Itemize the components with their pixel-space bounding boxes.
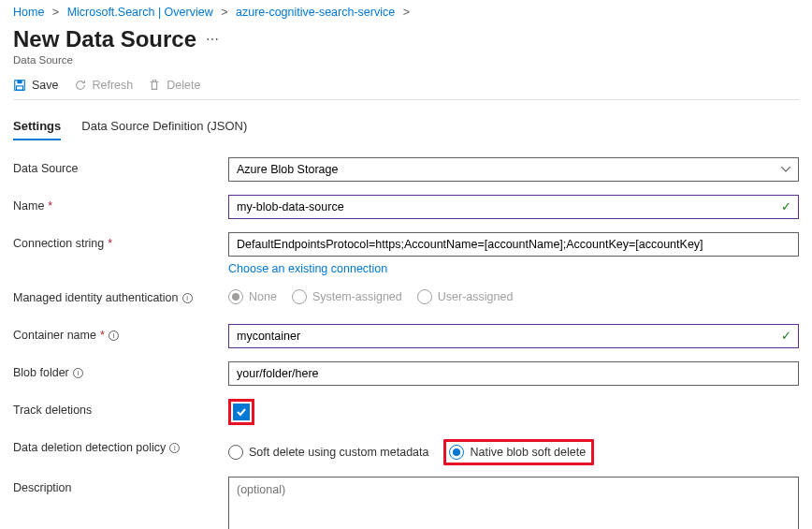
delete-label: Delete <box>167 79 200 92</box>
breadcrumb-service[interactable]: azure-cognitive-search-service <box>236 6 395 19</box>
svg-rect-2 <box>17 86 23 90</box>
radio-soft-delete-metadata[interactable]: Soft delete using custom metadata <box>228 445 428 460</box>
required-marker: * <box>100 329 105 342</box>
save-icon <box>13 79 26 92</box>
choose-connection-link[interactable]: Choose an existing connection <box>228 262 387 275</box>
save-label: Save <box>32 79 59 92</box>
info-icon[interactable]: i <box>109 331 119 341</box>
command-bar: Save Refresh Delete <box>13 66 799 100</box>
blob-folder-input[interactable] <box>228 361 799 386</box>
breadcrumb-home[interactable]: Home <box>13 6 44 19</box>
label-deletion-policy: Data deletion detection policy <box>13 441 166 454</box>
svg-rect-1 <box>17 81 22 84</box>
required-marker: * <box>48 199 52 213</box>
tab-settings[interactable]: Settings <box>13 119 61 140</box>
page-title: New Data Source <box>13 26 196 52</box>
save-button[interactable]: Save <box>13 79 59 92</box>
chevron-right-icon: > <box>221 6 227 19</box>
tabs: Settings Data Source Definition (JSON) <box>13 119 799 140</box>
label-name: Name <box>13 199 44 213</box>
info-icon[interactable]: i <box>169 443 180 453</box>
description-textarea[interactable] <box>228 477 799 529</box>
label-blob-folder: Blob folder <box>13 366 69 379</box>
refresh-button[interactable]: Refresh <box>74 79 134 92</box>
label-track-deletions: Track deletions <box>13 404 92 417</box>
refresh-label: Refresh <box>93 79 134 92</box>
refresh-icon <box>74 79 87 92</box>
info-icon[interactable]: i <box>73 368 83 378</box>
label-connection: Connection string <box>13 237 104 250</box>
container-name-input[interactable] <box>228 324 799 348</box>
more-icon[interactable]: ⋯ <box>206 33 219 46</box>
radio-identity-user[interactable]: User-assigned <box>417 289 514 304</box>
required-marker: * <box>108 237 112 250</box>
radio-identity-system[interactable]: System-assigned <box>292 289 402 304</box>
breadcrumb-mssearch[interactable]: Microsoft.Search | Overview <box>67 6 213 19</box>
label-identity: Managed identity authentication <box>13 291 179 304</box>
radio-native-soft-delete[interactable]: Native blob soft delete <box>449 445 586 460</box>
page-subtitle: Data Source <box>13 54 799 66</box>
tab-json[interactable]: Data Source Definition (JSON) <box>81 119 247 140</box>
radio-identity-none[interactable]: None <box>228 289 277 304</box>
info-icon[interactable]: i <box>182 293 193 303</box>
highlight-box: Native blob soft delete <box>443 439 594 465</box>
chevron-right-icon: > <box>403 6 410 19</box>
connection-string-input[interactable] <box>228 232 799 257</box>
data-source-select[interactable]: Azure Blob Storage <box>228 157 799 182</box>
breadcrumb: Home > Microsoft.Search | Overview > azu… <box>13 4 799 26</box>
checkmark-icon: ✓ <box>781 329 791 343</box>
label-description: Description <box>13 481 72 494</box>
delete-icon <box>148 79 161 92</box>
checkmark-icon: ✓ <box>781 199 791 213</box>
track-deletions-checkbox[interactable] <box>233 404 250 420</box>
name-input[interactable] <box>228 195 799 219</box>
chevron-right-icon: > <box>52 6 59 19</box>
highlight-box <box>228 399 254 425</box>
delete-button[interactable]: Delete <box>148 79 200 92</box>
label-data-source: Data Source <box>13 162 78 175</box>
label-container: Container name <box>13 329 96 342</box>
